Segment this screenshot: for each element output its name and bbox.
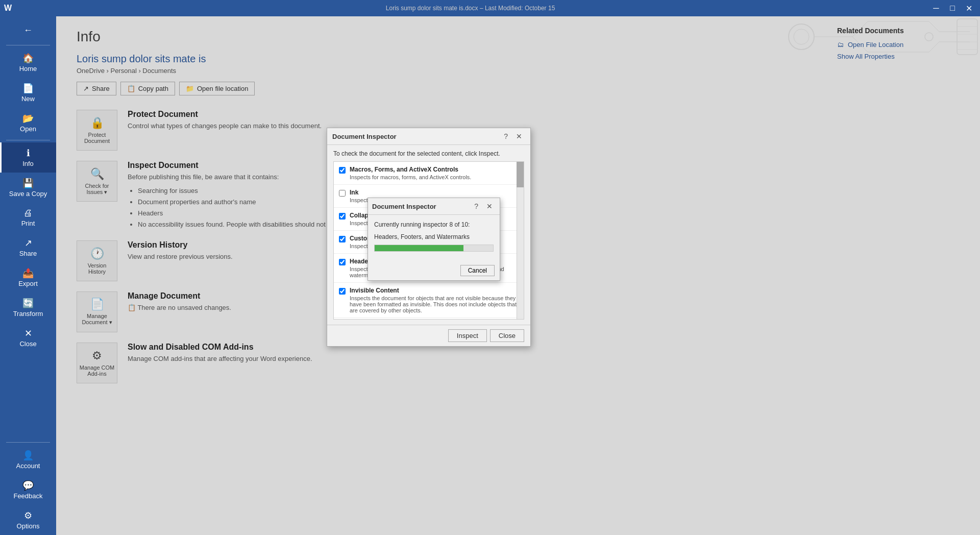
progress-dialog: Document Inspector ? ✕ Currently running…: [368, 198, 500, 281]
sidebar-item-options-label: Options: [17, 522, 40, 530]
invisible-text: Invisible Content Inspects the document …: [350, 287, 519, 313]
sidebar-item-share[interactable]: ↗ Share: [0, 232, 56, 262]
doc-name-title: Loris sump dolor sits mate is.docx: [386, 5, 478, 12]
sidebar-item-home-label: Home: [19, 65, 37, 72]
progress-body: Currently running inspector 8 of 10: Hea…: [368, 215, 500, 262]
scrollbar-track[interactable]: [517, 162, 524, 319]
dialog-overlay: Document Inspector ? ✕ To check the docu…: [56, 16, 980, 535]
sidebar-item-info[interactable]: ℹ Info: [0, 142, 56, 173]
sidebar-item-new[interactable]: 📄 New: [0, 78, 56, 108]
sidebar-item-account[interactable]: 👤 Account: [0, 445, 56, 475]
account-icon: 👤: [22, 450, 34, 461]
sidebar-item-export-label: Export: [18, 280, 38, 287]
maximize-button[interactable]: □: [945, 1, 960, 15]
macros-desc: Inspects for macros, forms, and ActiveX …: [350, 174, 471, 180]
sidebar-divider-2: [6, 140, 50, 140]
sidebar-item-save-copy-label: Save a Copy: [9, 190, 47, 198]
sidebar-divider-top: [6, 45, 50, 45]
sidebar-item-account-label: Account: [16, 462, 40, 470]
dialog-help-button[interactable]: ?: [501, 131, 511, 141]
dialog-titlebar: Document Inspector ? ✕: [327, 128, 530, 145]
dialog-instruction: To check the document for the selected c…: [333, 150, 524, 157]
progress-dialog-title: Document Inspector: [372, 203, 436, 210]
progress-cancel-button[interactable]: Cancel: [460, 265, 495, 276]
app-container: ← 🏠 Home 📄 New 📂 Open ℹ Info 💾 Save a Co…: [0, 16, 980, 535]
minimize-button[interactable]: ─: [929, 1, 943, 15]
macros-checkbox[interactable]: [339, 167, 346, 174]
sidebar-item-print-label: Print: [21, 220, 35, 227]
content-area: Info Loris sump dolor sits mate is OneDr…: [56, 16, 980, 535]
home-icon: 🏠: [22, 53, 34, 64]
last-modified-title: Last Modified: October 15: [485, 5, 555, 12]
close-window-button[interactable]: ✕: [962, 1, 976, 15]
inspector-item-invisible: Invisible Content Inspects the document …: [334, 283, 524, 318]
dialog-titlebar-actions: ? ✕: [501, 131, 525, 141]
scrollbar-thumb[interactable]: [517, 162, 524, 187]
sidebar-item-info-label: Info: [22, 160, 34, 167]
sidebar-item-open-label: Open: [20, 125, 36, 133]
sidebar-item-close[interactable]: ✕ Close: [0, 323, 56, 353]
inspector-item-macros: Macros, Forms, and ActiveX Controls Insp…: [334, 162, 524, 185]
sidebar-bottom: 👤 Account 💬 Feedback ⚙ Options: [0, 440, 56, 535]
sidebar-divider-bottom: [6, 442, 50, 443]
sidebar-item-export[interactable]: 📤 Export: [0, 262, 56, 293]
close-dialog-button[interactable]: Close: [490, 329, 524, 342]
ink-label: Ink: [350, 189, 425, 196]
options-icon: ⚙: [24, 510, 32, 521]
progress-titlebar-actions: ? ✕: [471, 201, 496, 211]
new-icon: 📄: [22, 83, 34, 94]
invisible-desc: Inspects the document for objects that a…: [350, 295, 519, 313]
transform-icon: 🔄: [22, 298, 34, 309]
print-icon: 🖨: [23, 208, 33, 218]
ink-checkbox[interactable]: [339, 190, 346, 197]
word-logo: W: [4, 4, 12, 13]
close-icon: ✕: [24, 328, 32, 339]
invisible-label: Invisible Content: [350, 287, 519, 294]
invisible-checkbox[interactable]: [339, 288, 346, 295]
info-icon: ℹ: [27, 148, 30, 159]
dialog-close-button[interactable]: ✕: [513, 131, 525, 141]
collapsed-checkbox[interactable]: [339, 213, 346, 220]
share-icon: ↗: [24, 237, 32, 249]
sidebar-item-print[interactable]: 🖨 Print: [0, 203, 56, 232]
sidebar-item-transform[interactable]: 🔄 Transform: [0, 293, 56, 323]
feedback-icon: 💬: [22, 480, 34, 491]
dialog-title: Document Inspector: [332, 133, 397, 140]
progress-text-line1: Currently running inspector 8 of 10:: [374, 220, 494, 229]
open-icon: 📂: [22, 113, 34, 124]
inspector-item-hidden-text: Hidden Text Inspects the document for te…: [334, 318, 524, 320]
sidebar: ← 🏠 Home 📄 New 📂 Open ℹ Info 💾 Save a Co…: [0, 16, 56, 535]
progress-text-line2: Headers, Footers, and Watermarks: [374, 232, 494, 241]
sidebar-back[interactable]: ←: [0, 18, 56, 43]
progress-footer: Cancel: [368, 262, 500, 280]
sidebar-item-open[interactable]: 📂 Open: [0, 108, 56, 138]
sidebar-item-feedback-label: Feedback: [13, 492, 42, 500]
separator: –: [480, 5, 485, 12]
back-icon: ←: [23, 25, 33, 36]
sidebar-item-share-label: Share: [19, 250, 37, 257]
sidebar-item-feedback[interactable]: 💬 Feedback: [0, 475, 56, 505]
sidebar-item-transform-label: Transform: [13, 310, 43, 318]
title-bar: W Loris sump dolor sits mate is.docx – L…: [0, 0, 980, 16]
custom-xml-checkbox[interactable]: [339, 236, 346, 242]
macros-label: Macros, Forms, and ActiveX Controls: [350, 166, 471, 173]
sidebar-item-home[interactable]: 🏠 Home: [0, 47, 56, 78]
headers-checkbox[interactable]: [339, 259, 346, 265]
progress-help-button[interactable]: ?: [471, 201, 481, 211]
sidebar-item-options[interactable]: ⚙ Options: [0, 505, 56, 535]
sidebar-item-close-label: Close: [19, 340, 36, 348]
dialog-footer: Inspect Close: [327, 325, 530, 346]
export-icon: 📤: [22, 268, 34, 279]
progress-bar-bg: [374, 245, 494, 252]
progress-titlebar: Document Inspector ? ✕: [368, 198, 500, 215]
title-bar-center: Loris sump dolor sits mate is.docx – Las…: [12, 5, 929, 12]
title-bar-right: ─ □ ✕: [929, 1, 976, 15]
title-bar-left: W: [4, 4, 12, 13]
sidebar-item-save-copy[interactable]: 💾 Save a Copy: [0, 173, 56, 203]
sidebar-item-new-label: New: [21, 95, 35, 103]
inspect-button[interactable]: Inspect: [448, 329, 487, 342]
progress-close-button[interactable]: ✕: [483, 201, 496, 211]
macros-text: Macros, Forms, and ActiveX Controls Insp…: [350, 166, 471, 180]
save-copy-icon: 💾: [22, 178, 34, 189]
progress-bar-fill: [375, 245, 463, 251]
